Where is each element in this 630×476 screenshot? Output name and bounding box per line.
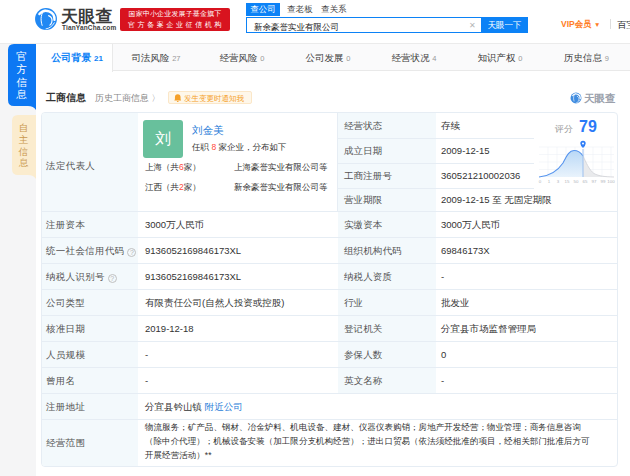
svg-text:65: 65 <box>583 179 588 184</box>
svg-text:99: 99 <box>601 179 606 184</box>
svg-text:3: 3 <box>557 179 560 184</box>
svg-text:97: 97 <box>592 179 597 184</box>
svg-text:50: 50 <box>574 179 579 184</box>
svg-text:0: 0 <box>539 179 542 184</box>
svg-text:15: 15 <box>565 179 570 184</box>
svg-text:100: 100 <box>607 179 615 184</box>
svg-text:1: 1 <box>548 179 551 184</box>
